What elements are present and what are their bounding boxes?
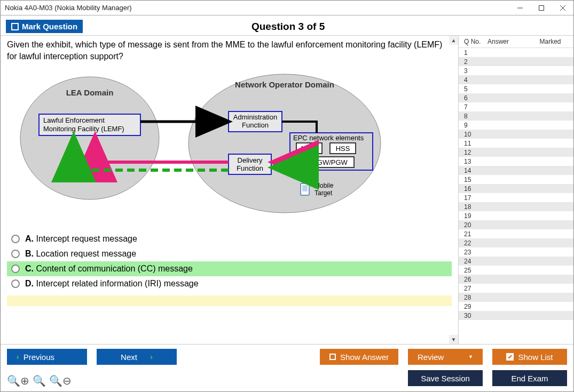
row-number: 17 <box>464 194 487 202</box>
app-window: Nokia 4A0-M03 (Nokia Mobility Manager) M… <box>0 0 574 392</box>
answer-choices: A. Intercept request messageB. Location … <box>7 231 452 291</box>
header-row: Mark Question Question 3 of 5 <box>1 15 573 35</box>
list-row[interactable]: 16 <box>459 184 573 193</box>
zoom-controls: 🔍⊕ 🔍 🔍⊖ <box>7 374 72 387</box>
question-counter: Question 3 of 5 <box>83 21 493 33</box>
row-number: 1 <box>464 49 487 57</box>
svg-text:Lawful Enforcement: Lawful Enforcement <box>43 116 105 124</box>
list-row[interactable]: 13 <box>459 157 573 166</box>
list-row[interactable]: 2 <box>459 57 573 66</box>
choice-text: C. Content of communication (CC) message <box>25 264 193 274</box>
list-row[interactable]: 6 <box>459 93 573 102</box>
list-row[interactable]: 4 <box>459 75 573 84</box>
review-button[interactable]: Review ▼ <box>408 349 483 365</box>
nod-label: Network Operator Domain <box>235 80 334 89</box>
list-row[interactable]: 14 <box>459 166 573 175</box>
list-row[interactable]: 25 <box>459 266 573 275</box>
close-button[interactable] <box>552 1 573 15</box>
end-exam-button[interactable]: End Exam <box>492 370 567 386</box>
row-number: 11 <box>464 140 487 147</box>
chevron-right-icon: › <box>150 353 153 361</box>
choice-d[interactable]: D. Intercept related information (IRI) m… <box>7 276 452 291</box>
list-row[interactable]: 22 <box>459 238 573 247</box>
show-list-button[interactable]: ✔ Show List <box>492 349 567 365</box>
choice-text: A. Intercept request message <box>25 234 137 244</box>
row-number: 29 <box>464 303 487 310</box>
list-row[interactable]: 27 <box>459 284 573 293</box>
row-number: 10 <box>464 131 487 138</box>
list-row[interactable]: 8 <box>459 111 573 121</box>
list-row[interactable]: 15 <box>459 175 573 184</box>
row-number: 30 <box>464 312 487 319</box>
list-row[interactable]: 9 <box>459 121 573 130</box>
col-qno: Q No. <box>464 38 487 45</box>
list-row[interactable]: 26 <box>459 275 573 284</box>
svg-text:Target: Target <box>314 189 333 197</box>
previous-button[interactable]: ‹ Previous <box>7 349 87 365</box>
list-row[interactable]: 23 <box>459 247 573 257</box>
svg-text:Function: Function <box>242 121 269 129</box>
row-number: 24 <box>464 258 487 265</box>
svg-text:EPC network elements: EPC network elements <box>293 134 364 142</box>
choice-a[interactable]: A. Intercept request message <box>7 231 452 246</box>
row-number: 8 <box>464 113 487 120</box>
svg-text:Function: Function <box>237 164 263 172</box>
choice-c[interactable]: C. Content of communication (CC) message <box>7 261 452 276</box>
svg-text:Delivery: Delivery <box>238 156 263 164</box>
row-number: 22 <box>464 239 487 247</box>
list-row[interactable]: 5 <box>459 84 573 93</box>
choice-b[interactable]: B. Location request message <box>7 246 452 261</box>
list-row[interactable]: 18 <box>459 202 573 211</box>
lea-domain-label: LEA Domain <box>66 88 114 97</box>
list-row[interactable]: 10 <box>459 130 573 139</box>
list-row[interactable]: 24 <box>459 257 573 266</box>
question-list-panel: Q No. Answer Marked 12345678910111213141… <box>459 36 573 344</box>
list-row[interactable]: 7 <box>459 102 573 111</box>
list-row[interactable]: 11 <box>459 139 573 148</box>
svg-rect-24 <box>302 185 308 191</box>
zoom-in-icon[interactable]: 🔍⊕ <box>7 374 29 387</box>
row-number: 16 <box>464 185 487 193</box>
col-marked: Marked <box>530 38 570 45</box>
col-answer: Answer <box>487 38 530 45</box>
minimize-button[interactable] <box>509 1 531 15</box>
svg-text:Mobile: Mobile <box>314 182 334 189</box>
list-row[interactable]: 28 <box>459 293 573 302</box>
list-row[interactable]: 3 <box>459 66 573 75</box>
svg-text:MME: MME <box>301 145 318 153</box>
question-text: Given the exhibit, which type of message… <box>7 39 452 62</box>
mark-label: Mark Question <box>22 22 77 31</box>
svg-text:HSS: HSS <box>336 145 350 153</box>
list-row[interactable]: 12 <box>459 148 573 157</box>
row-number: 19 <box>464 212 487 220</box>
maximize-button[interactable] <box>531 1 552 15</box>
row-number: 20 <box>464 221 487 229</box>
list-row[interactable]: 20 <box>459 220 573 229</box>
row-number: 15 <box>464 176 487 183</box>
svg-text:Monitoring Facility (LEMF): Monitoring Facility (LEMF) <box>43 125 124 133</box>
list-row[interactable]: 29 <box>459 302 573 311</box>
list-row[interactable]: 17 <box>459 193 573 202</box>
zoom-icon[interactable]: 🔍 <box>33 374 46 387</box>
list-row[interactable]: 30 <box>459 311 573 320</box>
content-row: ▲ ▼ Given the exhibit, which type of mes… <box>1 35 573 344</box>
save-session-button[interactable]: Save Session <box>408 370 483 386</box>
row-number: 21 <box>464 230 487 238</box>
list-row[interactable]: 19 <box>459 211 573 220</box>
caret-down-icon: ▼ <box>468 354 473 359</box>
row-number: 9 <box>464 122 487 129</box>
mark-question-button[interactable]: Mark Question <box>6 20 83 33</box>
list-row[interactable]: 21 <box>459 229 573 238</box>
question-list[interactable]: 1234567891011121314151617181920212223242… <box>459 48 573 344</box>
zoom-out-icon[interactable]: 🔍⊖ <box>49 374 72 387</box>
row-number: 13 <box>464 158 487 165</box>
list-row[interactable]: 1 <box>459 48 573 57</box>
row-number: 3 <box>464 67 487 75</box>
svg-text:Administration: Administration <box>233 113 277 121</box>
row-number: 18 <box>464 203 487 211</box>
next-button[interactable]: Next › <box>97 349 177 365</box>
show-answer-button[interactable]: Show Answer <box>320 349 398 365</box>
row-number: 5 <box>464 85 487 93</box>
radio-icon <box>11 279 20 288</box>
row-number: 7 <box>464 103 487 111</box>
